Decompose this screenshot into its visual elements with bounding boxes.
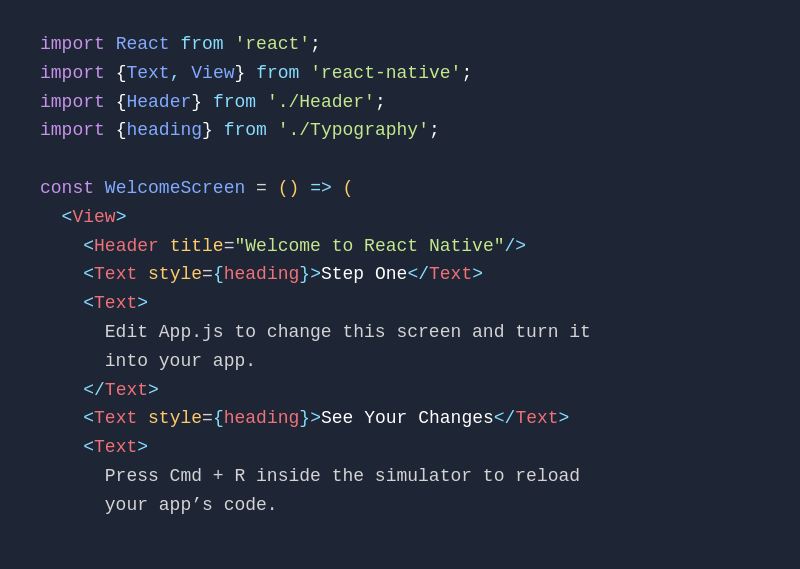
token-kw-arrow: =>: [310, 174, 332, 203]
token-kw-import: import: [40, 88, 105, 117]
token-brace: {: [116, 88, 127, 117]
token-plain: [94, 174, 105, 203]
token-tag-name: Text: [105, 376, 148, 405]
token-plain: [180, 59, 191, 88]
token-tag-name: View: [72, 203, 115, 232]
token-identifier: React: [116, 30, 170, 59]
indent: [40, 404, 83, 433]
indent: [40, 433, 83, 462]
token-attr-name: title: [170, 232, 224, 261]
token-tag-bracket: >: [148, 376, 159, 405]
code-line: <View>: [40, 203, 760, 232]
token-tag-name: Text: [94, 289, 137, 318]
token-brace: {: [116, 116, 127, 145]
indent: [40, 203, 62, 232]
code-line: import {heading} from './Typography';: [40, 116, 760, 145]
token-plain: [137, 260, 148, 289]
indent: [40, 347, 105, 376]
token-string: 'react-native': [310, 59, 461, 88]
token-plain: Edit App.js to change this screen and tu…: [105, 318, 591, 347]
code-line: <Text style={heading}>See Your Changes</…: [40, 404, 760, 433]
token-comma: ,: [170, 59, 181, 88]
token-plain: [213, 116, 224, 145]
code-line: <Header title="Welcome to React Native"/…: [40, 232, 760, 261]
token-plain: into your app.: [105, 347, 256, 376]
code-line: Press Cmd + R inside the simulator to re…: [40, 462, 760, 491]
token-semi: ;: [429, 116, 440, 145]
token-tag-bracket: <: [83, 232, 94, 261]
token-text-content: See Your Changes: [321, 404, 494, 433]
token-tag-bracket: <: [83, 260, 94, 289]
token-plain: [159, 232, 170, 261]
token-plain: [105, 88, 116, 117]
code-line: your app’s code.: [40, 491, 760, 520]
token-kw-import: import: [40, 30, 105, 59]
token-plain: =: [202, 260, 213, 289]
blank-line: [40, 145, 760, 174]
token-kw-import: import: [40, 59, 105, 88]
token-identifier: View: [191, 59, 234, 88]
token-identifier: Header: [126, 88, 191, 117]
token-string: 'react': [234, 30, 310, 59]
token-plain: [245, 59, 256, 88]
token-plain: =: [224, 232, 235, 261]
token-brace-expr: }: [299, 260, 310, 289]
token-tag-bracket: </: [83, 376, 105, 405]
token-tag-bracket: >: [310, 404, 321, 433]
token-attr-name: style: [148, 260, 202, 289]
token-tag-name: Text: [94, 260, 137, 289]
token-plain: [224, 30, 235, 59]
token-tag-bracket: >: [310, 260, 321, 289]
code-line: into your app.: [40, 347, 760, 376]
token-brace-expr: {: [213, 260, 224, 289]
token-paren: (: [278, 174, 289, 203]
token-plain: [170, 30, 181, 59]
token-plain: your app’s code.: [105, 491, 278, 520]
token-plain: [137, 404, 148, 433]
token-jsx-expr: heading: [224, 260, 300, 289]
indent: [40, 318, 105, 347]
token-plain: =: [202, 404, 213, 433]
token-string: './Typography': [278, 116, 429, 145]
indent: [40, 462, 105, 491]
token-from-kw: from: [180, 30, 223, 59]
code-line: <Text>: [40, 289, 760, 318]
token-from-kw: from: [213, 88, 256, 117]
token-tag-name: Text: [429, 260, 472, 289]
token-kw-import: import: [40, 116, 105, 145]
token-plain: Press Cmd + R inside the simulator to re…: [105, 462, 580, 491]
token-plain: [105, 30, 116, 59]
token-kw-const: const: [40, 174, 94, 203]
token-tag-name: Text: [94, 404, 137, 433]
token-brace: {: [116, 59, 127, 88]
token-tag-bracket: <: [83, 404, 94, 433]
code-line: import {Text, View} from 'react-native';: [40, 59, 760, 88]
token-plain: [256, 88, 267, 117]
token-brace: }: [235, 59, 246, 88]
token-semi: ;: [461, 59, 472, 88]
token-semi: ;: [375, 88, 386, 117]
indent: [40, 260, 83, 289]
token-tag-bracket: >: [472, 260, 483, 289]
token-attr-value: "Welcome to React Native": [234, 232, 504, 261]
token-jsx-expr: heading: [224, 404, 300, 433]
token-plain: [202, 88, 213, 117]
token-tag-bracket: <: [62, 203, 73, 232]
code-editor: import React from 'react';import {Text, …: [0, 0, 800, 569]
token-plain: [105, 59, 116, 88]
token-tag-bracket: >: [137, 433, 148, 462]
token-semi: ;: [310, 30, 321, 59]
token-tag-bracket: <: [83, 289, 94, 318]
code-line: const WelcomeScreen = () => (: [40, 174, 760, 203]
token-plain: [267, 174, 278, 203]
token-identifier: WelcomeScreen: [105, 174, 245, 203]
token-from-kw: from: [224, 116, 267, 145]
token-plain: [245, 174, 256, 203]
token-brace: }: [191, 88, 202, 117]
token-plain: [299, 59, 310, 88]
token-text-content: Step One: [321, 260, 407, 289]
token-tag-name: Header: [94, 232, 159, 261]
token-paren: ): [289, 174, 300, 203]
token-tag-bracket: </: [494, 404, 516, 433]
token-brace-expr: {: [213, 404, 224, 433]
